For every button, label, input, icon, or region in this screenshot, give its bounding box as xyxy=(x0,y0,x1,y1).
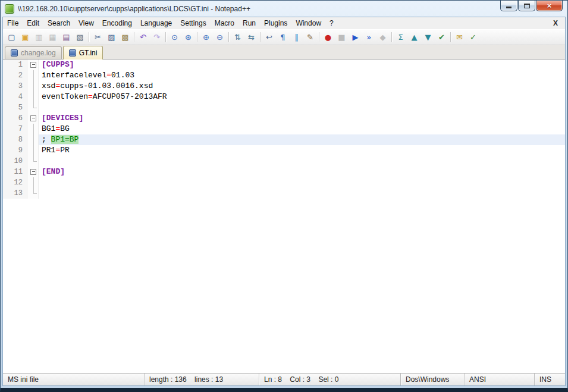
code-segment: BP1=BP xyxy=(51,135,79,144)
code-line[interactable] xyxy=(39,188,565,199)
editor-line: 6[DEVICES] xyxy=(3,113,565,124)
minimize-icon xyxy=(506,7,511,8)
paste-icon[interactable]: ▩ xyxy=(119,31,131,43)
editor-line: 8; BP1=BP xyxy=(3,134,565,145)
run-macro-multiple-icon[interactable]: » xyxy=(363,31,375,43)
fold-margin xyxy=(28,188,39,199)
show-all-characters-icon[interactable]: ¶ xyxy=(277,31,289,43)
open-folder-icon[interactable]: ▣ xyxy=(19,31,32,43)
playback-macro-icon[interactable]: ▶ xyxy=(349,31,362,43)
fold-margin xyxy=(28,145,39,156)
menu-bar: FileEditSearchViewEncodingLanguageSettin… xyxy=(3,17,565,29)
code-segment: AFCUP057-2013AFR xyxy=(93,92,167,101)
menu-plugins[interactable]: Plugins xyxy=(260,17,291,29)
move-down-icon[interactable]: ▼ xyxy=(422,31,434,43)
undo-icon[interactable]: ↶ xyxy=(137,31,149,43)
code-line[interactable]: interfacelevel=01.03 xyxy=(39,70,565,81)
code-line[interactable] xyxy=(39,102,565,113)
menu-language[interactable]: Language xyxy=(136,17,176,29)
zoom-out-icon[interactable]: ⊖ xyxy=(214,31,226,43)
find-replace-icon[interactable]: ⊛ xyxy=(182,31,194,43)
toolbar-separator xyxy=(260,32,261,42)
accept-changes-icon[interactable]: ✔ xyxy=(435,31,448,43)
code-line[interactable] xyxy=(39,177,565,188)
code-line[interactable]: eventToken=AFCUP057-2013AFR xyxy=(39,92,565,102)
minimize-button[interactable] xyxy=(500,1,517,11)
copy-icon[interactable]: ▨ xyxy=(105,31,118,43)
notepadpp-window: \\192.168.20.10\cupptserver\cupps\applic… xyxy=(0,0,568,392)
code-line[interactable]: ; BP1=BP xyxy=(39,134,565,145)
fold-toggle-icon[interactable] xyxy=(28,59,39,70)
sync-vertical-scroll-icon[interactable]: ⇅ xyxy=(231,31,244,43)
tab-change-log[interactable]: change.log xyxy=(5,46,62,59)
line-number: 9 xyxy=(3,145,28,156)
line-number: 1 xyxy=(3,59,28,70)
line-number: 5 xyxy=(3,102,28,113)
sync-horizontal-scroll-icon[interactable]: ⇆ xyxy=(245,31,258,43)
show-indent-guide-icon[interactable]: ∥ xyxy=(290,31,303,43)
menu-window[interactable]: Window xyxy=(291,17,325,29)
export-icon[interactable]: ✉ xyxy=(453,31,466,43)
code-line[interactable]: xsd=cupps-01.03.0016.xsd xyxy=(39,81,565,92)
fold-margin xyxy=(28,81,39,92)
fold-margin xyxy=(28,92,39,102)
saved-file-icon xyxy=(69,49,76,57)
print-icon[interactable]: ▧ xyxy=(74,31,86,43)
menu-close-document-button[interactable]: X xyxy=(546,19,565,27)
notepadpp-icon xyxy=(5,4,14,14)
menu-file[interactable]: File xyxy=(3,17,23,29)
new-file-icon[interactable]: ▢ xyxy=(5,31,18,43)
code-segment: PR1 xyxy=(42,146,55,155)
move-up-icon[interactable]: ▲ xyxy=(408,31,420,43)
maximize-button[interactable] xyxy=(518,1,535,11)
line-number: 7 xyxy=(3,124,28,134)
code-segment: [CUPPS] xyxy=(42,60,74,69)
code-segment: = xyxy=(106,71,111,80)
code-line[interactable]: PR1=PR xyxy=(39,145,565,156)
toolbar-separator xyxy=(89,32,89,42)
line-number: 8 xyxy=(3,134,28,145)
find-icon[interactable]: ⊙ xyxy=(168,31,181,43)
line-number: 3 xyxy=(3,81,28,92)
fold-margin xyxy=(28,70,39,81)
code-line[interactable]: [CUPPS] xyxy=(39,59,565,70)
editor[interactable]: 1[CUPPS]2interfacelevel=01.033xsd=cupps-… xyxy=(3,59,565,373)
toolbar-separator xyxy=(165,32,166,42)
status-encoding[interactable]: ANSI xyxy=(464,374,534,385)
fold-toggle-icon[interactable] xyxy=(28,167,39,177)
close-window-button[interactable]: × xyxy=(536,1,563,11)
menu-run[interactable]: Run xyxy=(239,17,260,29)
compare-icon[interactable]: Σ xyxy=(394,31,407,43)
close-file-icon[interactable]: ▤ xyxy=(60,31,73,43)
maximize-icon xyxy=(524,4,530,8)
code-line[interactable]: BG1=BG xyxy=(39,124,565,134)
code-line[interactable] xyxy=(39,156,565,167)
close-icon: × xyxy=(547,1,552,11)
menu-macro[interactable]: Macro xyxy=(211,17,239,29)
tab-gt-ini[interactable]: GT.ini xyxy=(63,46,103,59)
code-segment: BG1 xyxy=(42,124,55,133)
menu-settings[interactable]: Settings xyxy=(176,17,210,29)
code-line[interactable]: [END] xyxy=(39,167,565,177)
code-segment: [END] xyxy=(42,167,65,176)
fold-toggle-icon[interactable] xyxy=(28,113,39,124)
status-insert-mode[interactable]: INS xyxy=(534,374,565,385)
toolbar-separator xyxy=(450,32,451,42)
redo-icon[interactable]: ↷ xyxy=(150,31,163,43)
menu-help[interactable]: ? xyxy=(325,17,338,29)
menu-encoding[interactable]: Encoding xyxy=(98,17,136,29)
cut-icon[interactable]: ✂ xyxy=(92,31,104,43)
menu-search[interactable]: Search xyxy=(43,17,74,29)
menu-edit[interactable]: Edit xyxy=(23,17,43,29)
user-defined-dialog-icon[interactable]: ✎ xyxy=(304,31,316,43)
zoom-in-icon[interactable]: ⊕ xyxy=(200,31,212,43)
title-bar[interactable]: \\192.168.20.10\cupptserver\cupps\applic… xyxy=(2,1,566,17)
record-macro-icon[interactable]: ● xyxy=(322,31,334,43)
word-wrap-icon[interactable]: ↩ xyxy=(263,31,275,43)
code-line[interactable]: [DEVICES] xyxy=(39,113,565,124)
menu-view[interactable]: View xyxy=(74,17,98,29)
status-eol-format[interactable]: Dos\Windows xyxy=(400,374,464,385)
code-segment: cupps-01.03.0016.xsd xyxy=(60,81,153,90)
spell-check-icon[interactable]: ✓ xyxy=(467,31,479,43)
toolbar: ▢▣▥▦▤▧✂▨▩↶↷⊙⊛⊕⊖⇅⇆↩¶∥✎●■▶»◆Σ▲▼✔✉✓ xyxy=(3,29,565,45)
